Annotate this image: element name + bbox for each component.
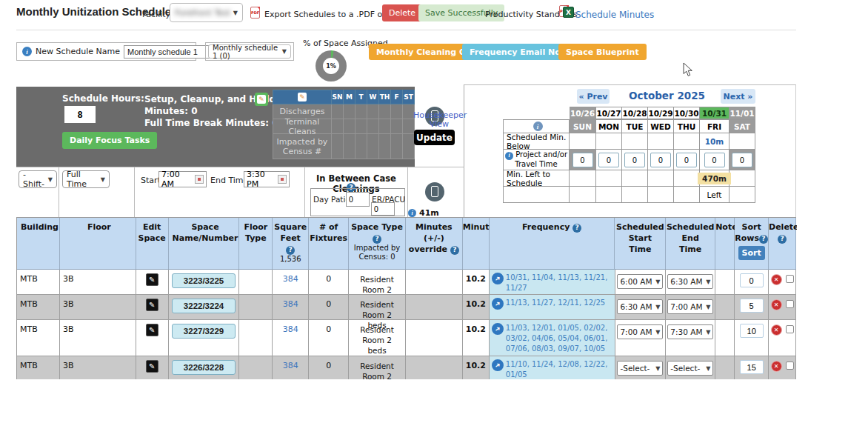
info-icon[interactable]: i	[533, 121, 543, 131]
help-icon[interactable]: ?	[572, 224, 581, 233]
frequency-arrow-icon[interactable]: ➜	[492, 359, 504, 371]
sqft-link[interactable]: 384	[283, 299, 298, 309]
delete-checkbox[interactable]	[786, 300, 794, 308]
notes-cell	[715, 295, 735, 320]
travel-time-input[interactable]	[704, 153, 725, 167]
space-type-cell: Resident Room 2beds	[349, 295, 406, 320]
update-button[interactable]: Update	[414, 130, 455, 145]
calendar-icon[interactable]	[195, 175, 204, 184]
schedule-hours-input[interactable]	[64, 106, 96, 123]
start-time-select[interactable]: -Select-▼	[617, 361, 663, 376]
space-name-input[interactable]	[172, 360, 236, 375]
housekeeper-view-link[interactable]: Housekeeper View	[413, 111, 465, 129]
new-schedule-input[interactable]	[124, 45, 218, 59]
travel-time-input[interactable]	[676, 153, 697, 167]
frequency-dates[interactable]: 11/10, 11/24, 12/08, 12/22, 01/05	[506, 359, 613, 379]
new-schedule-label: New Schedule Name	[36, 47, 120, 56]
space-blueprint-button[interactable]: Space Blueprint	[558, 44, 647, 60]
prev-week-button[interactable]: « Prev	[577, 89, 610, 104]
frequency-arrow-icon[interactable]: ➜	[492, 298, 504, 310]
day-header: F	[391, 90, 403, 104]
shift-select[interactable]: -Shift- ▼	[19, 170, 57, 188]
schedule-table-container: Building Floor EditSpace Space Name/Numb…	[16, 217, 797, 379]
end-time-select[interactable]: -Select-▼	[667, 361, 713, 376]
delete-row-icon[interactable]: ✕	[771, 274, 782, 285]
new-schedule-box: i New Schedule Name	[16, 42, 196, 61]
end-time-select[interactable]: 7:30 AM▼	[667, 324, 713, 339]
sqft-link[interactable]: 384	[283, 274, 298, 284]
delete-checkbox[interactable]	[786, 362, 794, 370]
day-cell: WED	[648, 119, 674, 133]
frequency-arrow-icon[interactable]: ➜	[492, 273, 504, 284]
floor-cell: 3B	[60, 270, 136, 295]
travel-cell	[730, 150, 755, 170]
end-time-select[interactable]: 7:00 AM▼	[667, 299, 713, 314]
calendar-icon[interactable]	[278, 175, 287, 184]
sqft-link[interactable]: 384	[283, 361, 298, 370]
sort-button[interactable]: Sort	[738, 246, 765, 260]
sqft-link[interactable]: 384	[283, 324, 298, 334]
day-cell	[355, 104, 367, 119]
sqft-cell: 384	[273, 270, 309, 295]
er-pacu-input[interactable]	[371, 202, 395, 216]
space-name-input[interactable]	[172, 273, 236, 288]
sort-input[interactable]	[740, 299, 764, 313]
edit-space-cell: ✎	[136, 320, 169, 356]
space-name-input[interactable]	[172, 299, 236, 313]
travel-time-input[interactable]	[572, 153, 593, 167]
day-patient-input[interactable]	[346, 192, 370, 207]
excel-icon[interactable]: X	[563, 7, 574, 18]
sort-input[interactable]	[740, 360, 764, 374]
end-time-input[interactable]: 3:30 PM	[244, 171, 290, 187]
next-week-button[interactable]: Next »	[721, 89, 755, 104]
delete-row-icon[interactable]: ✕	[771, 324, 782, 336]
chevron-down-icon: ▼	[101, 176, 105, 183]
value-cell	[674, 133, 700, 150]
min-left-row: Min. Left to Schedule 470m	[503, 170, 755, 187]
help-icon[interactable]: ?	[286, 246, 295, 255]
delete-row-icon[interactable]: ✕	[771, 361, 782, 372]
frequency-arrow-icon[interactable]: ➜	[492, 323, 504, 335]
pencil-icon: ✎	[298, 93, 307, 101]
frequency-dates[interactable]: 11/13, 11/27, 12/11, 12/25	[506, 298, 605, 308]
info-icon: i	[408, 209, 416, 217]
start-time-select[interactable]: 7:00 AM▼	[617, 324, 663, 339]
end-time-select[interactable]: 6:30 AM▼	[667, 274, 713, 289]
help-icon[interactable]: ?	[778, 235, 787, 244]
help-icon[interactable]: ?	[450, 246, 459, 255]
mini-table-edit-cell[interactable]: ✎	[273, 90, 332, 104]
daily-focus-tasks-button[interactable]: Daily Focus Tasks	[62, 132, 157, 149]
shift-cell: -Shift- ▼	[16, 167, 59, 217]
facility-select[interactable]: Forefront Test Site ▼	[170, 3, 243, 22]
help-icon[interactable]: ?	[373, 235, 381, 244]
start-time-select[interactable]: 6:30 AM▼	[617, 299, 663, 314]
travel-time-input[interactable]	[650, 153, 671, 167]
building-cell: MTB	[17, 270, 60, 295]
frequency-dates[interactable]: 11/03, 12/01, 01/05, 02/02, 03/02, 04/06…	[506, 323, 613, 354]
frequency-dates[interactable]: 10/31, 11/04, 11/13, 11/21, 11/27	[506, 273, 613, 293]
help-icon[interactable]: ?	[759, 235, 768, 244]
edit-space-icon[interactable]: ✎	[146, 273, 158, 286]
delete-checkbox[interactable]	[786, 275, 794, 283]
start-time-select[interactable]: 6:00 AM▼	[617, 274, 663, 289]
edit-space-cell: ✎	[136, 356, 169, 379]
travel-time-input[interactable]	[732, 153, 752, 167]
travel-time-input[interactable]	[624, 153, 645, 167]
travel-cell	[648, 150, 674, 170]
schedule-select[interactable]: Monthly schedule 1 (0) ▼	[208, 44, 291, 59]
schedule-minutes-link[interactable]: Schedule Minutes	[575, 10, 654, 20]
edit-space-icon[interactable]: ✎	[146, 360, 158, 373]
space-name-input[interactable]	[172, 324, 236, 339]
full-time-select[interactable]: Full Time ▼	[62, 170, 110, 188]
delete-row-icon[interactable]: ✕	[771, 299, 782, 310]
travel-time-input[interactable]	[598, 153, 619, 167]
edit-schedule-button[interactable]: ✎	[255, 93, 268, 106]
minutes-cell: 10.2	[463, 270, 490, 295]
edit-space-icon[interactable]: ✎	[146, 299, 158, 311]
delete-checkbox[interactable]	[786, 325, 794, 333]
delete-button[interactable]: Delete	[382, 4, 422, 21]
sort-input[interactable]	[740, 324, 764, 338]
edit-space-icon[interactable]: ✎	[146, 324, 158, 336]
start-time-input[interactable]: 7:00 AM	[158, 171, 207, 187]
sort-input[interactable]	[740, 273, 764, 287]
